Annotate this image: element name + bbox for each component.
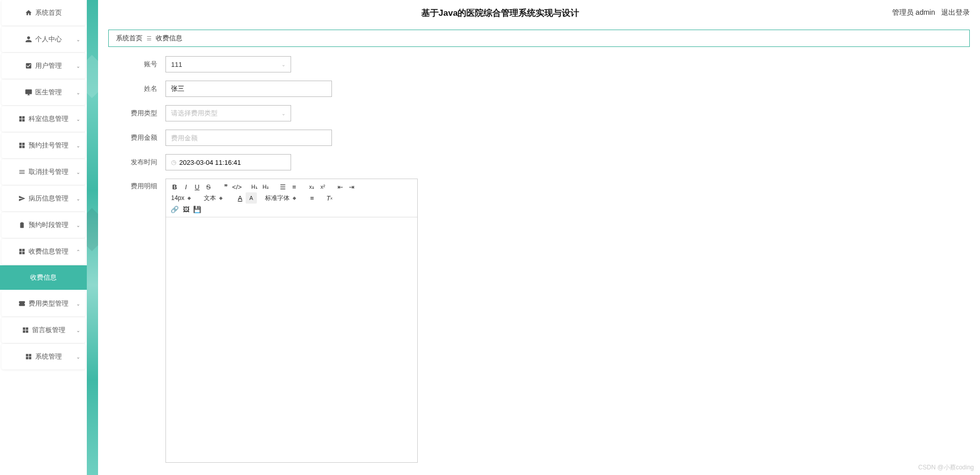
publish-time-input-wrapper[interactable]: ◷ (165, 154, 291, 170)
outdent-button[interactable]: ⇤ (334, 181, 346, 192)
detail-label: 费用明细 (118, 179, 165, 191)
font-size-select[interactable]: 14px◆ (169, 192, 196, 204)
account-label: 账号 (118, 60, 165, 69)
image-button[interactable]: 🖼 (180, 204, 192, 215)
fee-type-placeholder: 请选择费用类型 (171, 109, 218, 118)
sidebar-item-slot-mgmt[interactable]: 预约时段管理 ⌄ (2, 212, 85, 238)
publish-time-label: 发布时间 (118, 158, 165, 167)
home-icon (25, 9, 32, 16)
desktop-icon (25, 89, 32, 96)
underline-button[interactable]: U (192, 181, 203, 192)
name-input[interactable] (171, 81, 326, 96)
grid-icon (18, 248, 26, 255)
sidebar-item-feetype-mgmt[interactable]: 费用类型管理 ⌄ (2, 291, 85, 316)
code-button[interactable]: </> (231, 181, 243, 192)
sidebar-item-cancel-mgmt[interactable]: 取消挂号管理 ⌄ (2, 159, 85, 185)
sidebar-item-board-mgmt[interactable]: 留言板管理 ⌄ (2, 317, 85, 343)
sidebar-item-fee-mgmt[interactable]: 收费信息管理 ⌃ (2, 239, 85, 264)
save-button[interactable]: 💾 (192, 204, 203, 215)
link-button[interactable]: 🔗 (169, 204, 180, 215)
editor-content[interactable] (166, 217, 417, 462)
publish-time-input[interactable] (179, 155, 285, 170)
fee-type-select[interactable]: 请选择费用类型 ⌄ (165, 105, 291, 121)
topbar: 基于Java的医院综合管理系统实现与设计 管理员 admin 退出登录 (98, 0, 980, 26)
account-select[interactable]: 111 ⌄ (165, 56, 291, 72)
grid-icon (18, 115, 26, 122)
form: 账号 111 ⌄ 姓名 费用类型 (98, 56, 980, 471)
chevron-down-icon: ⌄ (76, 37, 80, 42)
chevron-down-icon: ⌄ (76, 169, 80, 175)
chevron-down-icon: ⌄ (76, 301, 80, 307)
chevron-down-icon: ◆ (187, 195, 191, 201)
quote-button[interactable]: ❞ (220, 181, 231, 192)
font-family-select[interactable]: 标准字体◆ (263, 192, 300, 204)
sidebar-item-label: 系统首页 (35, 8, 62, 17)
chevron-down-icon: ⌄ (281, 111, 285, 116)
list-ol-button[interactable]: ☰ (277, 181, 289, 192)
current-user[interactable]: 管理员 admin (892, 8, 935, 17)
chevron-down-icon: ⌄ (76, 143, 80, 148)
amount-input-wrapper (165, 130, 332, 146)
h1-button[interactable]: H₁ (249, 181, 260, 192)
breadcrumb-home[interactable]: 系统首页 (116, 34, 142, 43)
editor-toolbar: B I U S ❞ </> H₁ H₂ (166, 179, 417, 217)
user-icon (25, 36, 32, 43)
sidebar-item-user-mgmt[interactable]: 用户管理 ⌄ (2, 53, 85, 79)
chevron-down-icon: ⌄ (76, 90, 80, 95)
sidebar-item-record-mgmt[interactable]: 病历信息管理 ⌄ (2, 186, 85, 211)
bold-button[interactable]: B (169, 181, 180, 192)
fee-type-label: 费用类型 (118, 109, 165, 118)
sidebar-item-appoint-mgmt[interactable]: 预约挂号管理 ⌄ (2, 133, 85, 158)
sidebar-item-profile[interactable]: 个人中心 ⌄ (2, 27, 85, 52)
sidebar-item-dept-mgmt[interactable]: 科室信息管理 ⌄ (2, 106, 85, 132)
align-button[interactable]: ≡ (306, 192, 318, 204)
h2-button[interactable]: H₂ (260, 181, 271, 192)
list-ul-button[interactable]: ≡ (289, 181, 300, 192)
amount-input[interactable] (171, 130, 326, 145)
sidebar-item-label: 预约挂号管理 (29, 141, 68, 150)
sidebar-item-label: 医生管理 (35, 88, 62, 97)
sidebar-item-label: 取消挂号管理 (29, 167, 68, 177)
chevron-down-icon: ⌄ (76, 116, 80, 122)
sidebar-subitem-fee-info[interactable]: 收费信息 (0, 265, 87, 290)
chevron-down-icon: ⌄ (76, 196, 80, 202)
sidebar-item-home[interactable]: 系统首页 (2, 0, 85, 26)
breadcrumb-separator-icon: ☰ (147, 35, 152, 42)
superscript-button[interactable]: x² (317, 181, 328, 192)
sidebar-item-label: 病历信息管理 (29, 194, 68, 203)
name-label: 姓名 (118, 84, 165, 93)
sidebar-item-label: 留言板管理 (32, 326, 65, 335)
logout-link[interactable]: 退出登录 (941, 8, 970, 17)
sidebar-item-system-mgmt[interactable]: 系统管理 ⌄ (2, 344, 85, 369)
clipboard-icon (18, 221, 26, 229)
checkbox-icon (25, 62, 32, 69)
amount-label: 费用金额 (118, 133, 165, 142)
breadcrumb-current: 收费信息 (156, 34, 182, 43)
app-title: 基于Java的医院综合管理系统实现与设计 (108, 7, 892, 19)
strike-button[interactable]: S (203, 181, 214, 192)
settings-icon (18, 168, 26, 176)
account-value: 111 (171, 61, 182, 68)
rich-editor: B I U S ❞ </> H₁ H₂ (165, 179, 418, 463)
bg-color-button[interactable]: A (246, 192, 257, 204)
text-color-button[interactable]: A (234, 192, 246, 204)
sidebar-item-label: 预约时段管理 (29, 220, 68, 230)
chevron-down-icon: ⌄ (76, 222, 80, 228)
clear-format-button[interactable]: Tx (324, 192, 335, 204)
chevron-down-icon: ⌄ (76, 63, 80, 69)
subscript-button[interactable]: x₂ (306, 181, 317, 192)
grid-icon (18, 142, 26, 149)
chevron-down-icon: ◆ (219, 195, 223, 201)
ticket-icon (18, 300, 26, 307)
sidebar: 系统首页 个人中心 ⌄ 用户管理 ⌄ 医生管理 ⌄ 科室信息管理 ⌄ 预约挂号管… (0, 0, 87, 475)
sidebar-item-doctor-mgmt[interactable]: 医生管理 ⌄ (2, 80, 85, 105)
grid-icon (25, 353, 32, 360)
chevron-down-icon: ⌄ (76, 354, 80, 360)
sidebar-item-label: 收费信息管理 (29, 247, 68, 256)
block-type-select[interactable]: 文本◆ (202, 192, 228, 204)
watermark: CSDN @小蔡coding (918, 463, 974, 472)
indent-button[interactable]: ⇥ (346, 181, 357, 192)
sidebar-item-label: 用户管理 (35, 61, 62, 70)
chevron-down-icon: ◆ (293, 195, 296, 201)
italic-button[interactable]: I (180, 181, 192, 192)
